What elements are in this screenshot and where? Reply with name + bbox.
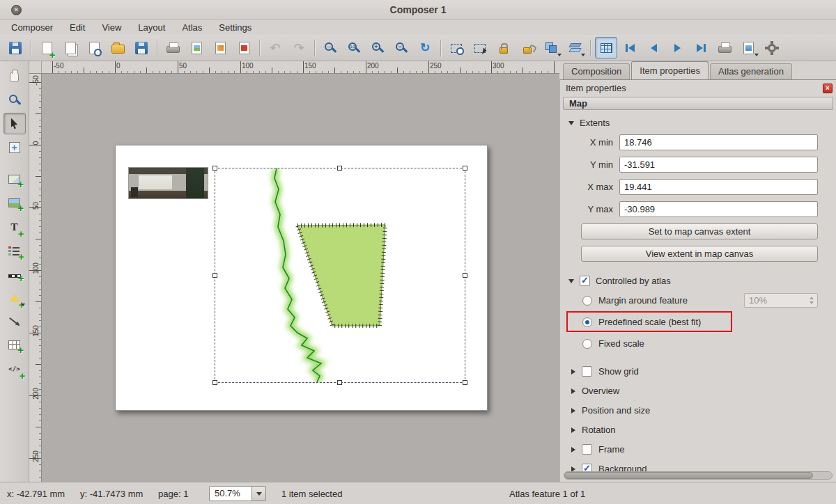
zoom-dropdown-button[interactable] <box>252 486 266 501</box>
zoom-in-button[interactable] <box>366 37 389 58</box>
undo-button[interactable] <box>264 37 286 58</box>
add-image-button[interactable] <box>3 192 26 214</box>
show-grid-checkbox[interactable] <box>582 366 592 377</box>
map-item[interactable] <box>215 168 465 383</box>
section-frame[interactable]: Frame <box>571 444 836 455</box>
new-composition-button[interactable] <box>36 37 58 58</box>
zoom-region-button[interactable] <box>445 37 467 58</box>
menu-edit[interactable]: Edit <box>61 21 93 34</box>
pan-tool-button[interactable] <box>3 65 26 87</box>
panel-horizontal-scrollbar[interactable] <box>564 471 833 480</box>
save-project-button[interactable] <box>4 37 26 58</box>
selection-handle[interactable] <box>212 273 217 278</box>
menu-composer[interactable]: Composer <box>3 21 61 34</box>
print-button[interactable] <box>162 37 184 58</box>
add-label-button[interactable] <box>3 216 26 237</box>
zoom-full-button[interactable] <box>319 37 341 58</box>
add-attribute-table-button[interactable] <box>3 334 26 356</box>
ymin-input[interactable] <box>619 157 818 173</box>
fixed-scale-radio[interactable] <box>582 339 592 349</box>
section-overview[interactable]: Overview <box>571 386 836 396</box>
zoom-out-button[interactable] <box>390 37 412 58</box>
frame-checkbox[interactable] <box>582 444 592 455</box>
arrange-items-button[interactable] <box>564 37 586 58</box>
menu-settings[interactable]: Settings <box>210 21 260 34</box>
dropdown-caret-icon <box>557 54 562 56</box>
refresh-view-button[interactable] <box>414 37 436 58</box>
duplicate-composition-icon <box>65 42 76 54</box>
scrollbar-thumb[interactable] <box>564 472 813 479</box>
window-close-button[interactable] <box>11 5 22 15</box>
first-feature-button[interactable] <box>619 37 641 58</box>
menu-atlas[interactable]: Atlas <box>173 21 210 34</box>
atlas-option-fixed-scale[interactable]: Fixed scale <box>582 336 818 351</box>
composer-canvas[interactable] <box>42 74 559 482</box>
add-scalebar-button[interactable] <box>3 263 26 285</box>
atlas-section-toggle[interactable]: Controlled by atlas <box>568 276 836 286</box>
move-item-content-button[interactable] <box>3 136 26 158</box>
selection-handle[interactable] <box>337 166 342 171</box>
tab-composition[interactable]: Composition <box>563 63 630 79</box>
selection-handle[interactable] <box>337 380 342 385</box>
selection-handle[interactable] <box>212 166 217 171</box>
composition-page <box>115 145 488 411</box>
export-pdf-button[interactable] <box>233 37 255 58</box>
atlas-settings-button[interactable] <box>761 37 783 58</box>
unlock-all-button[interactable] <box>516 37 539 58</box>
tab-item-properties[interactable]: Item properties <box>631 61 709 79</box>
view-extent-in-map-canvas-button[interactable]: View extent in map canvas <box>581 246 818 262</box>
add-html-button[interactable] <box>3 358 26 379</box>
xmax-input[interactable] <box>619 179 818 195</box>
section-show-grid[interactable]: Show grid <box>571 366 836 377</box>
last-feature-button[interactable] <box>690 37 712 58</box>
add-map-button[interactable] <box>3 168 26 190</box>
redo-button[interactable] <box>288 37 310 58</box>
load-template-button[interactable] <box>107 37 129 58</box>
export-svg-button[interactable] <box>209 37 231 58</box>
xmax-label: X max <box>581 182 613 192</box>
add-shape-button[interactable] <box>3 287 26 308</box>
add-arrow-button[interactable] <box>3 310 26 332</box>
composer-manager-button[interactable] <box>83 37 105 58</box>
panel-close-button[interactable] <box>823 84 833 93</box>
export-atlas-button[interactable] <box>737 37 759 58</box>
selection-handle[interactable] <box>463 166 467 171</box>
save-template-button[interactable] <box>130 37 153 58</box>
menu-view[interactable]: View <box>93 21 130 34</box>
select-move-item-button[interactable] <box>3 113 26 134</box>
next-feature-button[interactable] <box>666 37 688 58</box>
tab-atlas-generation[interactable]: Atlas generation <box>710 63 792 79</box>
selection-handle[interactable] <box>212 380 217 385</box>
duplicate-composition-button[interactable] <box>59 37 82 58</box>
horizontal-ruler: -50 0 50 100 150 200 250 300 <box>42 61 559 74</box>
preview-atlas-button[interactable] <box>595 37 617 58</box>
lock-items-button[interactable] <box>493 37 515 58</box>
controlled-by-atlas-checkbox[interactable] <box>580 276 590 286</box>
add-legend-button[interactable] <box>3 239 26 261</box>
previous-feature-button[interactable] <box>642 37 665 58</box>
predefined-scale-radio[interactable] <box>582 317 592 327</box>
selection-handle[interactable] <box>463 273 467 278</box>
ymax-input[interactable] <box>619 201 818 217</box>
margin-radio[interactable] <box>582 296 592 306</box>
zoom-tool-button[interactable] <box>3 89 26 111</box>
print-atlas-button[interactable] <box>713 37 736 58</box>
export-image-button[interactable] <box>185 37 208 58</box>
zoom-combobox[interactable]: 50.7% <box>209 486 266 501</box>
set-to-map-canvas-extent-button[interactable]: Set to map canvas extent <box>581 223 818 239</box>
image-item[interactable] <box>128 167 208 199</box>
section-position-and-size[interactable]: Position and size <box>571 405 836 416</box>
atlas-option-predefined-scale[interactable]: Predefined scale (best fit) <box>582 315 818 329</box>
select-region-button[interactable] <box>469 37 491 58</box>
zoom-actual-button[interactable] <box>343 37 365 58</box>
menu-layout[interactable]: Layout <box>130 21 173 34</box>
window-titlebar: Composer 1 <box>0 0 836 19</box>
extents-section-toggle[interactable]: Extents <box>568 118 836 128</box>
new-composition-icon <box>42 42 52 54</box>
selection-handle[interactable] <box>463 380 467 385</box>
zoom-value-field[interactable]: 50.7% <box>209 486 252 501</box>
atlas-option-margin[interactable]: Margin around feature 10% <box>582 293 818 308</box>
xmin-input[interactable] <box>619 134 818 150</box>
section-rotation[interactable]: Rotation <box>571 425 836 435</box>
group-items-button[interactable] <box>540 37 562 58</box>
